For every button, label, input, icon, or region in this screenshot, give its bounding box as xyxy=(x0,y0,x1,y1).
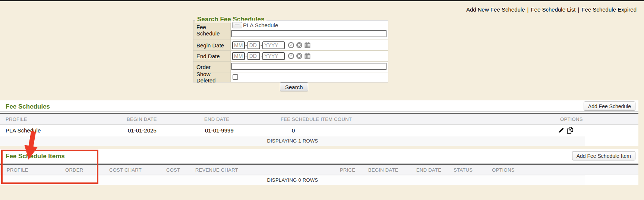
column-header-cost-chart: COST CHART xyxy=(109,165,142,175)
nav-separator: | xyxy=(527,6,529,13)
order-input[interactable] xyxy=(231,63,386,70)
column-header-profile: PROFILE xyxy=(6,114,27,124)
link-fee-schedule-list[interactable]: Fee Schedule List xyxy=(531,6,575,13)
fee-schedule-items-header-row: PROFILE ORDER COST CHART COST REVENUE CH… xyxy=(0,165,638,175)
table-row: PLA Schedule 01-01-2025 01-01-9999 0 xyxy=(0,125,638,136)
fee-schedules-header-row: PROFILE BEGIN DATE END DATE FEE SCHEDULE… xyxy=(0,114,638,125)
begin-date-month-input[interactable] xyxy=(232,41,245,49)
date-separator: - xyxy=(245,53,247,59)
fee-schedule-items-section: Fee Schedule Items Add Fee Schedule Item… xyxy=(0,149,638,185)
column-header-item-count: FEE SCHEDULE ITEM COUNT xyxy=(281,114,352,124)
clock-icon[interactable] xyxy=(288,42,294,49)
begin-date-year-input[interactable] xyxy=(262,41,285,49)
column-header-revenue-chart: REVENUE CHART xyxy=(195,165,238,175)
column-header-options: OPTIONS xyxy=(492,165,515,175)
fee-schedule-items-row-count: DISPLAYING 0 ROWS xyxy=(0,175,585,185)
date-separator: - xyxy=(261,53,262,59)
show-deleted-label: Show Deleted xyxy=(193,72,231,82)
fee-schedule-label: Fee Schedule xyxy=(193,21,231,40)
link-add-new-fee-schedule[interactable]: Add New Fee Schedule xyxy=(466,6,525,13)
show-deleted-checkbox[interactable] xyxy=(233,74,238,80)
begin-date-field-row: Begin Date - - xyxy=(193,40,388,51)
cell-item-count: 0 xyxy=(292,125,295,136)
date-separator: - xyxy=(245,42,247,48)
fee-schedule-field-row: Fee Schedule — PLA Schedule xyxy=(193,21,388,40)
column-header-options: OPTIONS xyxy=(560,114,583,124)
copy-icon[interactable] xyxy=(566,127,574,134)
calendar-icon[interactable] xyxy=(304,53,311,59)
clock-icon[interactable] xyxy=(288,53,294,59)
column-header-begin-date: BEGIN DATE xyxy=(127,114,157,124)
clear-icon[interactable] xyxy=(296,53,303,59)
link-fee-schedule-expired[interactable]: Fee Schedule Expired xyxy=(581,6,637,13)
edit-icon[interactable] xyxy=(558,127,565,134)
date-separator: - xyxy=(261,42,262,48)
fee-schedules-section: Fee Schedules Add Fee Schedule PROFILE B… xyxy=(0,100,638,146)
show-deleted-field-row: Show Deleted xyxy=(193,72,388,82)
fee-schedules-row-count: DISPLAYING 1 ROWS xyxy=(0,136,585,146)
fee-schedules-title: Fee Schedules xyxy=(6,103,50,110)
selected-fee-schedule-value: PLA Schedule xyxy=(243,22,278,28)
begin-date-label: Begin Date xyxy=(193,40,231,50)
end-date-year-input[interactable] xyxy=(262,52,285,60)
column-header-order: ORDER xyxy=(65,165,83,175)
column-header-cost: COST xyxy=(166,165,180,175)
add-fee-schedule-button[interactable]: Add Fee Schedule xyxy=(584,101,635,111)
add-fee-schedule-item-button[interactable]: Add Fee Schedule Item xyxy=(572,151,635,160)
cell-end-date: 01-01-9999 xyxy=(205,125,234,136)
column-header-profile: PROFILE xyxy=(7,165,28,175)
search-button[interactable]: Search xyxy=(280,82,308,91)
end-date-day-input[interactable] xyxy=(247,52,260,60)
remove-selected-schedule-button[interactable]: — xyxy=(232,22,242,28)
cell-profile: PLA Schedule xyxy=(6,125,41,136)
search-fee-schedules-panel: Search Fee Schedules Fee Schedule — PLA … xyxy=(193,20,388,82)
fee-schedule-items-title: Fee Schedule Items xyxy=(6,153,65,160)
column-header-status: STATUS xyxy=(454,165,473,175)
end-date-field-row: End Date - - xyxy=(193,51,388,62)
nav-separator: | xyxy=(578,6,580,13)
begin-date-day-input[interactable] xyxy=(247,41,260,49)
end-date-month-input[interactable] xyxy=(232,52,245,60)
end-date-label: End Date xyxy=(193,51,231,61)
order-label: Order xyxy=(193,62,231,72)
column-header-end-date: END DATE xyxy=(204,114,229,124)
column-header-end-date: END DATE xyxy=(416,165,441,175)
clear-icon[interactable] xyxy=(296,42,303,49)
fee-schedule-search-input[interactable] xyxy=(231,30,386,37)
fee-schedule-page: Add New Fee Schedule|Fee Schedule List|F… xyxy=(0,0,644,200)
column-header-begin-date: BEGIN DATE xyxy=(368,165,398,175)
column-header-price: PRICE xyxy=(340,165,355,175)
top-nav: Add New Fee Schedule|Fee Schedule List|F… xyxy=(466,6,637,13)
calendar-icon[interactable] xyxy=(304,42,311,49)
cell-begin-date: 01-01-2025 xyxy=(128,125,157,136)
